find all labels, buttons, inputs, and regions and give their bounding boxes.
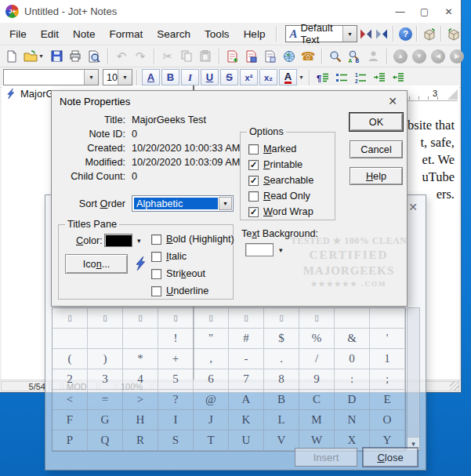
resize-grip[interactable] xyxy=(450,381,459,391)
charmap-cell[interactable]: ▯ xyxy=(264,308,299,329)
charmap-cell[interactable]: , xyxy=(194,349,229,369)
word-wrap-checkbox[interactable]: ✓ Word Wrap xyxy=(248,206,313,217)
searchable-checkbox[interactable]: ✓ Searchable xyxy=(248,175,313,186)
charmap-cell[interactable]: ) xyxy=(88,349,123,369)
checkbox-box[interactable] xyxy=(151,286,161,296)
sort-order-combobox[interactable]: Alphabetic ▼ xyxy=(132,195,234,212)
subscript-button[interactable]: x₂ xyxy=(259,69,277,85)
cut-button[interactable]: ✂ xyxy=(158,47,177,65)
charmap-cell[interactable]: * xyxy=(123,349,158,369)
text-background-swatch[interactable] xyxy=(245,243,274,256)
bullet-list-button[interactable] xyxy=(332,68,351,86)
underline-checkbox[interactable]: Underline xyxy=(151,285,208,296)
charmap-cell[interactable]: R xyxy=(123,431,158,451)
bold-button[interactable]: B xyxy=(161,69,179,85)
charmap-cell[interactable]: O xyxy=(370,410,405,431)
charmap-cell[interactable]: 8 xyxy=(264,369,299,390)
charmap-cell[interactable]: 9 xyxy=(299,369,335,390)
charmap-cell[interactable]: 6 xyxy=(194,369,229,390)
title-color-swatch[interactable] xyxy=(104,234,132,247)
close-icon[interactable]: ✕ xyxy=(388,95,397,107)
charmap-cell[interactable]: 3 xyxy=(88,369,123,390)
charmap-cell[interactable] xyxy=(335,308,370,329)
charmap-cell[interactable]: % xyxy=(299,329,335,349)
nav-down-button[interactable]: ▼ xyxy=(410,47,429,65)
charmap-cell[interactable]: E xyxy=(370,390,405,410)
charmap-cell[interactable]: + xyxy=(158,349,194,369)
chevron-down-icon[interactable]: ▼ xyxy=(298,74,305,80)
menu-item-tools[interactable]: Tools xyxy=(197,24,237,44)
contact-button[interactable] xyxy=(364,47,382,65)
charmap-cell[interactable]: ; xyxy=(370,369,405,390)
paragraph-style-combobox[interactable]: A Default Text ▼ xyxy=(285,25,357,42)
printable-checkbox[interactable]: ✓ Printable xyxy=(248,159,303,170)
charmap-cell[interactable]: L xyxy=(264,410,299,431)
charmap-cell[interactable]: J xyxy=(194,410,229,431)
charmap-cell[interactable]: H xyxy=(123,410,158,431)
note-properties-button[interactable] xyxy=(261,47,280,65)
charmap-cell[interactable]: . xyxy=(264,349,299,369)
checkbox-box[interactable]: ✓ xyxy=(248,176,259,186)
nav-forward-button[interactable]: ▶ xyxy=(447,47,466,65)
charmap-cell[interactable]: G xyxy=(88,410,123,431)
marked-checkbox[interactable]: Marked xyxy=(248,144,296,154)
italic-button[interactable]: I xyxy=(181,69,199,85)
font-dialog-button[interactable]: A xyxy=(142,69,160,85)
charmap-cell[interactable]: & xyxy=(335,329,370,349)
charmap-cell[interactable]: T xyxy=(194,431,229,451)
charmap-cell[interactable]: P xyxy=(53,431,88,451)
charmap-cell[interactable] xyxy=(88,329,123,349)
checkbox-box[interactable] xyxy=(151,269,161,279)
menu-item-file[interactable]: File xyxy=(2,24,34,44)
charmap-cell[interactable]: 4 xyxy=(123,369,158,390)
strikeout-checkbox[interactable]: Strikeout xyxy=(151,268,205,279)
chevron-down-icon[interactable]: ▼ xyxy=(84,70,98,85)
next-style-icon[interactable] xyxy=(375,25,389,42)
charmap-cell[interactable]: ' xyxy=(370,329,405,349)
charmap-cell[interactable]: 7 xyxy=(229,369,264,390)
paragraph-format-button[interactable]: ¶ xyxy=(313,68,332,86)
charmap-cell[interactable]: B xyxy=(264,390,299,410)
charmap-cell[interactable]: # xyxy=(229,329,264,349)
checkbox-box[interactable] xyxy=(248,144,259,154)
charmap-cell[interactable]: 5 xyxy=(158,369,194,390)
undo-button[interactable]: ↶ xyxy=(112,47,131,65)
print-preview-button[interactable] xyxy=(85,47,103,65)
charmap-cell[interactable]: ▯ xyxy=(88,308,123,329)
charmap-cell[interactable]: U xyxy=(229,431,264,451)
checkbox-box[interactable]: ✓ xyxy=(248,160,259,170)
prev-style-icon[interactable] xyxy=(359,25,373,42)
minimize-icon[interactable]: — xyxy=(388,0,412,23)
icon-button[interactable]: Icon... xyxy=(65,254,128,274)
nav-back-button[interactable]: ◀ xyxy=(429,47,447,65)
ok-button[interactable]: OK xyxy=(350,113,403,131)
charmap-cell[interactable]: ▯ xyxy=(229,308,264,329)
close-icon[interactable]: ✕ xyxy=(437,0,461,23)
checkbox-box[interactable] xyxy=(248,191,259,202)
checkbox-box[interactable]: ✓ xyxy=(248,207,259,217)
chevron-down-icon[interactable]: ▼ xyxy=(118,70,132,85)
insert-button[interactable]: Insert xyxy=(295,448,357,467)
charmap-cell[interactable] xyxy=(370,308,405,329)
charmap-cell[interactable]: C xyxy=(299,390,335,410)
charmap-cell[interactable]: M xyxy=(299,410,335,431)
charmap-cell[interactable]: 0 xyxy=(335,349,370,369)
font-name-combobox[interactable]: ▼ xyxy=(3,69,99,85)
menu-item-edit[interactable]: Edit xyxy=(34,24,66,44)
charmap-cell[interactable]: S xyxy=(158,431,194,451)
menu-item-note[interactable]: Note xyxy=(66,24,103,44)
new-document-button[interactable] xyxy=(2,47,21,65)
nav-up-button[interactable]: ▲ xyxy=(391,47,410,65)
paste-button[interactable] xyxy=(196,47,215,65)
print-button[interactable] xyxy=(66,47,85,65)
charmap-cell[interactable]: ? xyxy=(158,390,194,410)
charmap-cell[interactable]: F xyxy=(53,410,88,431)
chevron-down-icon[interactable]: ▼ xyxy=(38,53,45,59)
charmap-cell[interactable]: 1 xyxy=(370,349,405,369)
charmap-cell[interactable]: A xyxy=(229,390,264,410)
chevron-down-icon[interactable]: ▾ xyxy=(137,237,141,245)
font-size-combobox[interactable]: 10 ▼ xyxy=(103,69,132,85)
charmap-cell[interactable]: < xyxy=(53,390,88,410)
close-icon[interactable]: ✕ xyxy=(408,201,418,213)
open-file-button[interactable]: ▼ xyxy=(21,47,47,65)
